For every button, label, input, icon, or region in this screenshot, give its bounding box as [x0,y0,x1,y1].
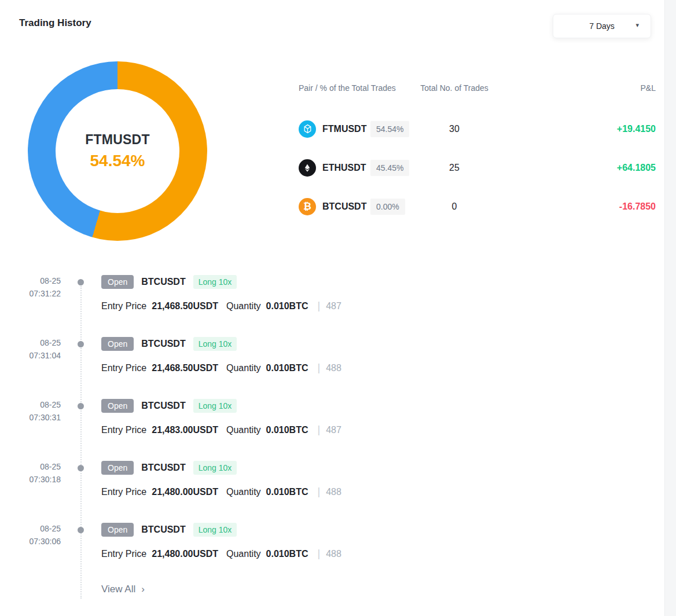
trade-timestamp: 08-25 07:31:22 [0,274,61,312]
trade-date: 08-25 [0,398,61,411]
pnl-value: -16.7850 [619,201,656,212]
side-leverage-badge: Long 10x [193,399,237,413]
divider: | [318,300,321,312]
trades-count: 25 [449,163,460,173]
column-header-pair: Pair / % of the Total Trades [299,83,396,93]
quantity-value: 0.010BTC [266,363,308,373]
donut-center: FTMUSDT 54.54% [56,89,179,213]
percent-badge: 54.54% [370,121,409,137]
entry-price-label: Entry Price [101,487,146,497]
entry-price-label: Entry Price [101,425,146,435]
entry-pair: BTCUSDT [141,339,185,349]
pair-name: FTMUSDT [322,124,366,134]
order-number: 488 [326,487,341,497]
trade-time: 07:30:31 [0,411,61,424]
trade-timestamp: 08-25 07:30:06 [0,522,61,560]
timeline-dot-icon [78,279,84,285]
quantity-label: Quantity [226,301,261,311]
column-header-pnl: P&L [641,83,656,93]
trades-count: 30 [449,124,460,134]
trade-date: 08-25 [0,522,61,535]
scrollbar-track[interactable] [664,0,676,616]
divider: | [318,362,321,374]
pnl-value: +19.4150 [617,124,656,134]
side-leverage-badge: Long 10x [193,523,237,537]
ftm-coin-icon [299,120,316,138]
quantity-label: Quantity [226,363,261,373]
entry-pair: BTCUSDT [141,401,185,411]
view-all-label: View All [101,584,135,595]
quantity-label: Quantity [226,425,261,435]
table-row: ₿ BTCUSDT 0.00% 0 -16.7850 [299,187,656,226]
btc-coin-icon: ₿ [299,198,316,215]
entry-price-label: Entry Price [101,301,146,311]
entry-price-label: Entry Price [101,363,146,373]
order-number: 488 [326,363,341,373]
order-number: 487 [326,301,341,311]
status-badge: Open [101,275,134,289]
donut-center-pair: FTMUSDT [85,132,149,148]
order-number: 487 [326,425,341,435]
view-all-link[interactable]: View All › [101,584,145,595]
quantity-value: 0.010BTC [266,549,308,559]
table-row: FTMUSDT 54.54% 30 +19.4150 [299,109,656,148]
percent-badge: 0.00% [370,199,405,215]
entry-pair: BTCUSDT [141,277,185,287]
trade-timestamp: 08-25 07:30:31 [0,398,61,436]
period-dropdown-value: 7 Days [589,21,615,31]
trades-count: 0 [452,201,457,212]
summary-table: FTMUSDT 54.54% 30 +19.4150 ETHUSDT 45.45… [299,109,656,226]
trade-time: 07:31:04 [0,349,61,362]
trade-entry: 08-25 07:30:18 Open BTCUSDT Long 10x Ent… [0,460,440,498]
trade-date: 08-25 [0,274,61,287]
trade-entry: 08-25 07:30:06 Open BTCUSDT Long 10x Ent… [0,522,440,560]
trade-timeline: 08-25 07:31:22 Open BTCUSDT Long 10x Ent… [0,274,440,595]
divider: | [318,424,321,436]
page-title: Trading History [19,17,91,29]
divider: | [318,548,321,560]
donut-chart[interactable]: FTMUSDT 54.54% [28,61,207,241]
entry-pair: BTCUSDT [141,525,185,535]
status-badge: Open [101,399,134,413]
entry-price-value: 21,468.50USDT [152,363,218,373]
side-leverage-badge: Long 10x [193,461,237,475]
timeline-dot-icon [78,527,84,533]
pnl-value: +64.1805 [617,163,656,173]
trade-time: 07:30:06 [0,535,61,548]
quantity-value: 0.010BTC [266,301,308,311]
pair-name: ETHUSDT [322,163,366,173]
divider: | [318,486,321,498]
chevron-down-icon: ▾ [635,21,639,29]
status-badge: Open [101,461,134,475]
trade-date: 08-25 [0,460,61,473]
side-leverage-badge: Long 10x [193,275,237,289]
percent-badge: 45.45% [370,160,409,176]
quantity-label: Quantity [226,549,261,559]
timeline-dot-icon [78,341,84,347]
quantity-label: Quantity [226,487,261,497]
donut-center-percent: 54.54% [90,152,145,170]
trade-entry: 08-25 07:31:04 Open BTCUSDT Long 10x Ent… [0,336,440,374]
summary-table-header: Pair / % of the Total Trades Total No. o… [299,83,656,95]
pair-name: BTCUSDT [322,201,366,212]
table-row: ETHUSDT 45.45% 25 +64.1805 [299,148,656,187]
entry-pair: BTCUSDT [141,463,185,473]
status-badge: Open [101,523,134,537]
entry-price-label: Entry Price [101,549,146,559]
period-dropdown[interactable]: 7 Days ▾ [553,14,651,38]
trade-timestamp: 08-25 07:31:04 [0,336,61,374]
entry-price-value: 21,480.00USDT [152,549,218,559]
entry-price-value: 21,483.00USDT [152,425,218,435]
entry-price-value: 21,480.00USDT [152,487,218,497]
quantity-value: 0.010BTC [266,425,308,435]
trade-entry: 08-25 07:31:22 Open BTCUSDT Long 10x Ent… [0,274,440,312]
chevron-right-icon: › [141,584,145,595]
trade-time: 07:31:22 [0,287,61,300]
status-badge: Open [101,337,134,351]
column-header-trades: Total No. of Trades [420,83,488,93]
entry-price-value: 21,468.50USDT [152,301,218,311]
trade-time: 07:30:18 [0,473,61,486]
trading-history-panel: Trading History 7 Days ▾ FTMUSDT 54.54% … [0,0,676,616]
quantity-value: 0.010BTC [266,487,308,497]
timeline-dot-icon [78,403,84,409]
